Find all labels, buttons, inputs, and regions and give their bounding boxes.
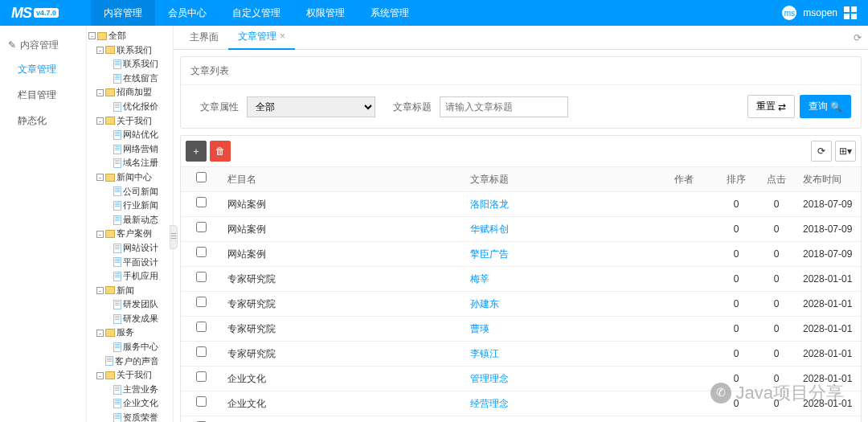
check-all[interactable] bbox=[196, 172, 207, 182]
reload-button[interactable]: ⟳ bbox=[811, 141, 832, 162]
delete-button[interactable]: 🗑 bbox=[210, 141, 231, 162]
article-link[interactable]: 经营理念 bbox=[470, 398, 509, 409]
row-check[interactable] bbox=[196, 371, 207, 382]
tree-node[interactable]: -新闻中心 bbox=[88, 170, 171, 185]
sidebar-title: ✎ 内容管理 bbox=[0, 34, 86, 56]
file-icon bbox=[113, 272, 121, 281]
tree-node[interactable]: -招商加盟 bbox=[88, 85, 171, 100]
row-check[interactable] bbox=[196, 322, 207, 332]
folder-icon bbox=[105, 46, 115, 54]
add-button[interactable]: ＋ bbox=[186, 141, 207, 162]
close-icon[interactable]: × bbox=[280, 31, 285, 42]
tree-node[interactable]: 域名注册 bbox=[88, 156, 171, 170]
table-row: 网站案例擎臣广告002018-07-09 bbox=[181, 242, 861, 267]
tree-node[interactable]: 最新动态 bbox=[88, 213, 171, 227]
tree-node[interactable]: 研发成果 bbox=[88, 312, 171, 326]
tree-node[interactable]: 客户的声音 bbox=[88, 354, 171, 369]
reset-button[interactable]: 重置 ⇄ bbox=[747, 95, 795, 118]
nav-item[interactable]: 内容管理 bbox=[91, 0, 155, 26]
tree-toggle[interactable]: - bbox=[88, 32, 96, 39]
attr-select[interactable]: 全部 bbox=[247, 96, 375, 117]
article-link[interactable]: 梅莘 bbox=[470, 273, 489, 285]
tab-article[interactable]: 文章管理× bbox=[228, 26, 295, 50]
row-check[interactable] bbox=[196, 346, 207, 357]
tree-node[interactable]: -关于我们 bbox=[88, 114, 171, 129]
tree-toggle[interactable]: - bbox=[96, 372, 104, 379]
tree-toggle[interactable]: - bbox=[96, 174, 104, 181]
col-date[interactable]: 发布时间 bbox=[796, 167, 861, 192]
tree-toggle[interactable]: - bbox=[96, 117, 104, 125]
search-button[interactable]: 查询 🔍 bbox=[800, 95, 851, 118]
tree-node[interactable]: -新闻 bbox=[88, 284, 171, 298]
tree-node[interactable]: 资质荣誉 bbox=[88, 411, 171, 422]
article-link[interactable]: 华赋科创 bbox=[470, 223, 509, 235]
nav-item[interactable]: 系统管理 bbox=[358, 0, 422, 26]
col-title[interactable]: 文章标题 bbox=[464, 167, 668, 192]
tree-node[interactable]: 企业文化 bbox=[88, 396, 171, 411]
tree-toggle[interactable]: - bbox=[96, 287, 104, 294]
col-sort[interactable]: 排序 bbox=[716, 167, 756, 192]
sidebar-item[interactable]: 文章管理 bbox=[0, 56, 86, 82]
tree-node[interactable]: -全部 bbox=[88, 29, 171, 43]
tree-node[interactable]: -关于我们 bbox=[88, 368, 171, 383]
tree-node[interactable]: 手机应用 bbox=[88, 269, 171, 284]
tree-toggle[interactable]: - bbox=[96, 89, 104, 96]
article-link[interactable]: 李镇江 bbox=[470, 348, 499, 359]
tree-node[interactable]: 公司新闻 bbox=[88, 185, 171, 199]
tree-node[interactable]: 行业新闻 bbox=[88, 199, 171, 213]
collapse-handle[interactable]: ☰ bbox=[170, 225, 178, 249]
tree-node[interactable]: 在线留言 bbox=[88, 72, 171, 86]
nav-item[interactable]: 会员中心 bbox=[155, 0, 219, 26]
col-cat[interactable]: 栏目名 bbox=[221, 167, 464, 192]
row-check[interactable] bbox=[196, 297, 207, 307]
tree-node[interactable]: 网站优化 bbox=[88, 128, 171, 142]
file-icon bbox=[113, 257, 121, 267]
tree-node[interactable]: -联系我们 bbox=[88, 43, 171, 58]
sidebar-item[interactable]: 栏目管理 bbox=[0, 82, 86, 108]
avatar[interactable]: ms bbox=[782, 6, 796, 20]
row-check[interactable] bbox=[196, 396, 207, 407]
tab-main[interactable]: 主界面 bbox=[180, 26, 228, 49]
refresh-icon[interactable]: ⟳ bbox=[854, 31, 862, 45]
tree-toggle[interactable]: - bbox=[96, 47, 104, 54]
article-link[interactable]: 孙建东 bbox=[470, 298, 499, 309]
tree-node[interactable]: 联系我们 bbox=[88, 57, 171, 72]
tree-node[interactable]: 网络营销 bbox=[88, 142, 171, 157]
columns-button[interactable]: ⊞▾ bbox=[835, 141, 856, 162]
nav-item[interactable]: 自定义管理 bbox=[219, 0, 293, 26]
row-check[interactable] bbox=[196, 247, 207, 257]
tree-toggle[interactable]: - bbox=[96, 330, 104, 337]
article-link[interactable]: 擎臣广告 bbox=[470, 248, 509, 260]
row-check[interactable] bbox=[196, 272, 207, 282]
file-icon bbox=[113, 399, 121, 408]
tree-node[interactable]: -服务 bbox=[88, 326, 171, 340]
folder-icon bbox=[105, 88, 115, 96]
nav-item[interactable]: 权限管理 bbox=[293, 0, 358, 26]
file-icon bbox=[113, 74, 121, 84]
row-check[interactable] bbox=[196, 197, 207, 207]
row-check[interactable] bbox=[196, 222, 207, 232]
col-hits[interactable]: 点击 bbox=[756, 167, 796, 192]
article-link[interactable]: 管理理念 bbox=[470, 373, 509, 384]
tree-node[interactable]: 优化报价 bbox=[88, 100, 171, 114]
apps-icon[interactable] bbox=[844, 6, 857, 19]
category-tree[interactable]: -全部-联系我们联系我们在线留言-招商加盟优化报价-关于我们网站优化网络营销域名… bbox=[87, 26, 174, 422]
title-input[interactable] bbox=[440, 96, 568, 117]
tree-node[interactable]: 主营业务 bbox=[88, 383, 171, 397]
sidebar-item[interactable]: 静态化 bbox=[0, 108, 86, 133]
tree-node[interactable]: -客户案例 bbox=[88, 227, 171, 241]
tree-node[interactable]: 服务中心 bbox=[88, 340, 171, 354]
tree-node[interactable]: 研发团队 bbox=[88, 297, 171, 312]
username[interactable]: msopen bbox=[803, 6, 837, 20]
file-icon bbox=[113, 201, 121, 211]
col-author[interactable]: 作者 bbox=[668, 167, 716, 192]
tree-toggle[interactable]: - bbox=[96, 231, 104, 238]
folder-icon bbox=[105, 117, 115, 125]
tree-node[interactable]: 网站设计 bbox=[88, 241, 171, 256]
article-link[interactable]: 曹瑛 bbox=[470, 323, 489, 334]
file-icon bbox=[113, 158, 121, 168]
file-icon bbox=[113, 244, 121, 253]
attr-label: 文章属性 bbox=[200, 100, 239, 114]
article-link[interactable]: 洛阳洛龙 bbox=[470, 199, 509, 210]
tree-node[interactable]: 平面设计 bbox=[88, 256, 171, 270]
